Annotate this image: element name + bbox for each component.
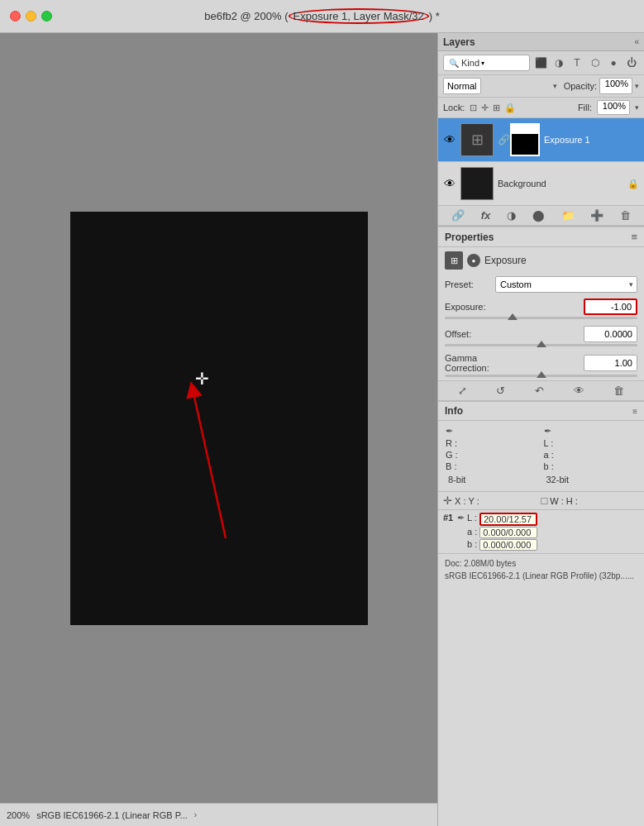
info-panel-title: Info bbox=[445, 405, 463, 417]
exposure-slider[interactable] bbox=[445, 317, 637, 319]
blend-mode-select-wrap[interactable]: Normal bbox=[443, 78, 561, 94]
properties-eye-icon[interactable]: 👁 bbox=[574, 384, 584, 397]
offset-label: Offset: bbox=[445, 329, 519, 339]
layers-search-row: 🔍 Kind ▾ ⬛ ◑ T ⬡ ● ⏻ bbox=[438, 51, 644, 75]
info-y-label: Y : bbox=[468, 496, 479, 506]
preset-label: Preset: bbox=[445, 279, 490, 289]
filter-text-icon[interactable]: T bbox=[570, 55, 584, 70]
layer-item-exposure1[interactable]: 👁 ⊞ 🔗 Exposure 1 bbox=[438, 118, 644, 161]
info-l-row: L : bbox=[544, 438, 637, 448]
info-xy-item: ✛ X : Y : bbox=[443, 494, 541, 507]
minimize-button[interactable] bbox=[26, 11, 36, 21]
preset-select-wrap[interactable]: Custom bbox=[495, 276, 637, 293]
offset-slider-handle[interactable] bbox=[537, 341, 546, 347]
layer-mask-thumb-exposure1 bbox=[510, 123, 540, 156]
filter-smart-icon[interactable]: ● bbox=[606, 55, 621, 70]
opacity-value[interactable]: 100% bbox=[599, 78, 632, 94]
canvas-wrapper[interactable]: ✛ bbox=[0, 33, 437, 803]
layer-visibility-icon-exposure1[interactable]: 👁 bbox=[443, 133, 456, 146]
svg-line-0 bbox=[193, 389, 226, 538]
gamma-slider[interactable] bbox=[445, 375, 637, 377]
blend-opacity-row: Normal Opacity: 100% ▾ bbox=[438, 75, 644, 98]
search-kind-label: Kind bbox=[461, 58, 479, 68]
properties-panel: Properties ≡ ⊞ ● Exposure Preset: bbox=[438, 226, 644, 400]
filter-adjust-icon[interactable]: ◑ bbox=[551, 55, 566, 70]
layer-lock-icon-background: 🔒 bbox=[627, 179, 639, 189]
info-coords-row: ✛ X : Y : □ W : H : bbox=[438, 492, 644, 510]
layer-fx-icon[interactable]: fx bbox=[481, 209, 491, 222]
opacity-label: Opacity: bbox=[564, 81, 597, 91]
info-left-bit-depth: 8-bit bbox=[446, 473, 539, 486]
info-sample-eyedropper-icon[interactable]: ✒ bbox=[457, 513, 465, 523]
layers-collapse-button[interactable]: « bbox=[634, 37, 639, 46]
exposure-slider-handle[interactable] bbox=[508, 313, 518, 320]
properties-previous-icon[interactable]: ↺ bbox=[496, 384, 505, 397]
lock-all-icon[interactable]: 🔒 bbox=[504, 103, 516, 113]
layer-adjustment-icon[interactable]: ⬤ bbox=[532, 209, 545, 222]
title-bar: be6fb2 @ 200% (Exposure 1, Layer Mask/32… bbox=[0, 0, 644, 33]
properties-mask-thumb: ● bbox=[467, 254, 480, 267]
layer-name-background: Background bbox=[498, 179, 546, 189]
search-dropdown-icon[interactable]: ▾ bbox=[481, 60, 484, 67]
info-panel-menu[interactable]: ≡ bbox=[632, 407, 637, 416]
layers-toolbar: 🔗 fx ◑ ⬤ 📁 ➕ 🗑 bbox=[438, 205, 644, 226]
properties-clip-icon[interactable]: ⤢ bbox=[458, 384, 467, 397]
preset-select[interactable]: Custom bbox=[495, 276, 637, 293]
blend-mode-select[interactable]: Normal bbox=[443, 78, 481, 94]
info-left-col: ✒ R : G : B : 8-bit bbox=[443, 424, 541, 488]
info-right-col: ✒ L : a : b : 32-bit bbox=[541, 424, 640, 488]
info-b2-row: b : bbox=[544, 461, 637, 471]
offset-slider[interactable] bbox=[445, 344, 637, 346]
info-panel-header: Info ≡ bbox=[438, 402, 644, 421]
info-sample-section: #1 ✒ L : 20.00/12.57 a : 0.000/0.000 b : bbox=[438, 510, 644, 554]
status-arrow-icon[interactable]: › bbox=[194, 810, 197, 819]
layer-folder-icon[interactable]: 📁 bbox=[561, 209, 575, 222]
zoom-level: 200% bbox=[7, 810, 30, 820]
info-sample-b-value: 0.000/0.000 bbox=[479, 539, 537, 551]
exposure-value[interactable]: -1.00 bbox=[584, 298, 637, 315]
filter-shape-icon[interactable]: ⬡ bbox=[588, 55, 603, 70]
properties-delete-icon[interactable]: 🗑 bbox=[613, 384, 624, 397]
properties-adj-thumb-icon: ⊞ bbox=[445, 251, 463, 270]
exposure-label: Exposure: bbox=[445, 302, 519, 312]
layer-mask-icon[interactable]: ◑ bbox=[507, 209, 516, 222]
properties-reset-icon[interactable]: ↶ bbox=[535, 384, 544, 397]
info-l-label: L : bbox=[544, 438, 554, 448]
cursor-icon: ✛ bbox=[195, 369, 209, 389]
info-left-eyedropper-icon[interactable]: ✒ bbox=[446, 426, 453, 437]
lock-fill-row: Lock: ⊡ ✛ ⊞ 🔒 Fill: 100% ▾ bbox=[438, 98, 644, 118]
layer-visibility-icon-background[interactable]: 👁 bbox=[443, 177, 456, 190]
canvas-image[interactable]: ✛ bbox=[70, 212, 368, 625]
info-channels-grid: ✒ R : G : B : 8-bit ✒ bbox=[438, 421, 644, 492]
layer-item-background[interactable]: 👁 Background 🔒 bbox=[438, 162, 644, 205]
close-button[interactable] bbox=[10, 11, 21, 21]
gamma-value[interactable]: 1.00 bbox=[584, 355, 637, 371]
fill-value[interactable]: 100% bbox=[597, 100, 630, 115]
filter-toggle-icon[interactable]: ⏻ bbox=[624, 55, 639, 70]
maximize-button[interactable] bbox=[41, 11, 52, 21]
filter-pixel-icon[interactable]: ⬛ bbox=[533, 55, 548, 70]
lock-pixels-icon[interactable]: ⊡ bbox=[470, 103, 477, 113]
lock-artboard-icon[interactable]: ⊞ bbox=[493, 103, 500, 113]
link-layers-icon[interactable]: 🔗 bbox=[451, 209, 465, 222]
fill-dropdown-icon[interactable]: ▾ bbox=[635, 103, 639, 112]
offset-value[interactable]: 0.0000 bbox=[584, 326, 637, 342]
properties-menu-icon[interactable]: ≡ bbox=[631, 231, 637, 243]
gamma-slider-handle[interactable] bbox=[537, 371, 546, 378]
info-sample-b-label: b : bbox=[467, 539, 477, 551]
main-content: ✛ 200% sRGB IEC61966-2.1 (Linear RGB P..… bbox=[0, 33, 644, 826]
layers-search-box[interactable]: 🔍 Kind ▾ bbox=[443, 55, 530, 71]
info-sample-a-row: a : 0.000/0.000 bbox=[467, 527, 537, 538]
info-sample-a-label: a : bbox=[467, 527, 477, 538]
properties-panel-header: Properties ≡ bbox=[438, 227, 644, 247]
info-b-label: B : bbox=[446, 461, 456, 471]
info-right-eyedropper-icon[interactable]: ✒ bbox=[544, 426, 551, 437]
annotation-arrow bbox=[70, 212, 368, 625]
properties-panel-icons: ≡ bbox=[631, 231, 637, 243]
lock-position-icon[interactable]: ✛ bbox=[481, 103, 489, 113]
info-r-label: R : bbox=[446, 438, 457, 448]
fill-label: Fill: bbox=[578, 103, 592, 112]
new-layer-icon[interactable]: ➕ bbox=[590, 209, 603, 222]
delete-layer-icon[interactable]: 🗑 bbox=[620, 209, 631, 222]
opacity-dropdown-icon[interactable]: ▾ bbox=[635, 82, 639, 90]
